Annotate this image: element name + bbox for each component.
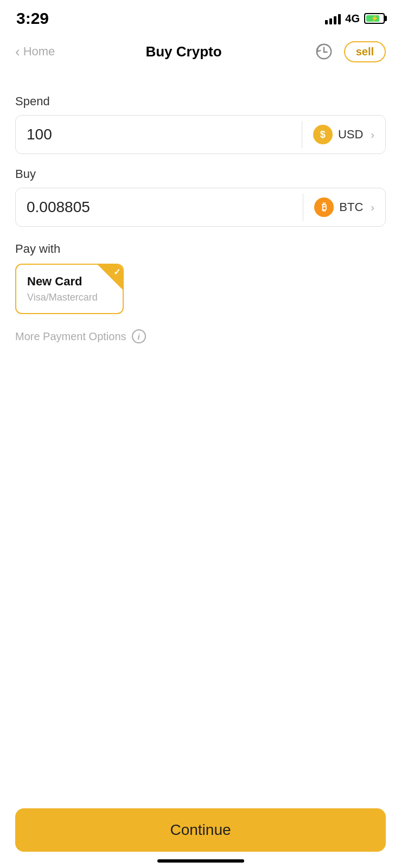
- battery-icon: ⚡: [364, 13, 385, 24]
- buy-currency-name: BTC: [339, 200, 363, 214]
- page-title: Buy Crypto: [145, 43, 221, 60]
- payment-card-check-icon: ✓: [113, 267, 120, 277]
- back-label: Home: [23, 44, 55, 59]
- btc-icon: ₿: [314, 197, 334, 217]
- buy-input-row: ₿ BTC ›: [15, 188, 386, 227]
- buy-amount-input[interactable]: [16, 199, 303, 216]
- pay-with-label: Pay with: [15, 242, 386, 256]
- usd-icon: $: [313, 125, 333, 144]
- info-icon: i: [132, 329, 146, 343]
- spend-currency-name: USD: [338, 127, 363, 142]
- payment-card[interactable]: ✓ New Card Visa/Mastercard: [15, 264, 124, 314]
- spend-label: Spend: [15, 94, 386, 108]
- spend-currency-selector[interactable]: $ USD ›: [302, 125, 385, 144]
- buy-label: Buy: [15, 167, 386, 181]
- nav-actions: sell: [313, 40, 386, 63]
- buy-currency-selector[interactable]: ₿ BTC ›: [303, 197, 385, 217]
- sell-button[interactable]: sell: [344, 41, 386, 62]
- spend-amount-input[interactable]: [16, 126, 302, 143]
- status-icons: 4G ⚡: [325, 12, 385, 25]
- payment-card-subtitle: Visa/Mastercard: [27, 292, 112, 303]
- spend-input-row: $ USD ›: [15, 115, 386, 154]
- status-bar: 3:29 4G ⚡: [0, 0, 401, 33]
- nav-bar: ‹ Home Buy Crypto sell: [0, 33, 401, 71]
- status-time: 3:29: [16, 9, 49, 28]
- history-button[interactable]: [313, 40, 335, 63]
- more-payment-options[interactable]: More Payment Options i: [15, 329, 386, 343]
- home-indicator: [157, 859, 244, 863]
- history-icon: [315, 42, 333, 61]
- signal-bars-icon: [325, 12, 341, 24]
- spend-currency-chevron-icon: ›: [371, 129, 374, 141]
- back-button[interactable]: ‹ Home: [15, 44, 55, 59]
- back-chevron-icon: ‹: [15, 44, 20, 59]
- buy-currency-chevron-icon: ›: [371, 201, 374, 214]
- continue-footer: Continue: [0, 800, 401, 868]
- main-content: Spend $ USD › Buy ₿ BTC › Pay with ✓ New…: [0, 71, 401, 868]
- more-options-text: More Payment Options: [15, 330, 126, 343]
- continue-button[interactable]: Continue: [15, 808, 386, 852]
- network-label: 4G: [345, 12, 360, 25]
